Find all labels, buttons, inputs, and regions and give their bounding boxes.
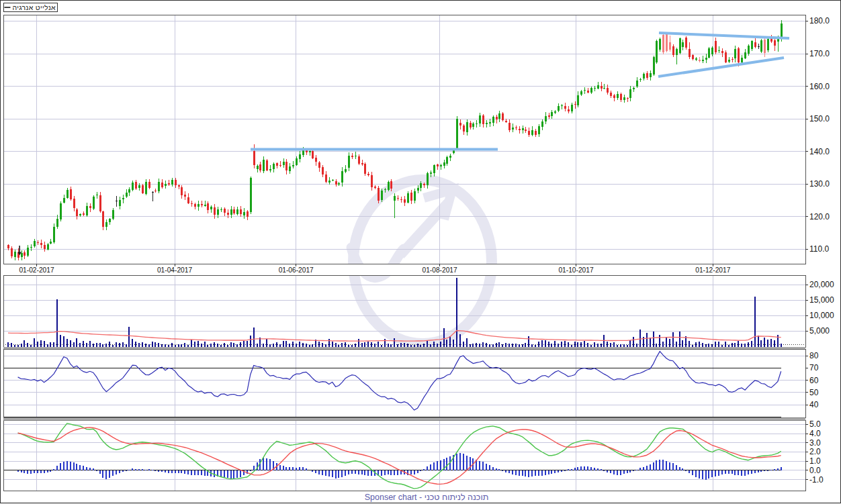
svg-text:150.0: 150.0	[809, 114, 830, 123]
svg-text:80: 80	[809, 351, 819, 360]
svg-text:01-10-2017: 01-10-2017	[558, 266, 593, 274]
svg-text:60: 60	[809, 376, 819, 385]
svg-text:01-12-2017: 01-12-2017	[695, 266, 730, 274]
svg-text:01-02-2017: 01-02-2017	[19, 266, 54, 274]
svg-text:3.0: 3.0	[809, 438, 821, 448]
svg-text:110.0: 110.0	[809, 244, 829, 254]
svg-text:-1.0: -1.0	[809, 475, 824, 485]
svg-text:20,000: 20,000	[809, 280, 834, 289]
svg-text:0.0: 0.0	[809, 466, 821, 475]
svg-text:120.0: 120.0	[809, 212, 830, 221]
svg-text:160.0: 160.0	[809, 82, 830, 91]
svg-text:15,000: 15,000	[809, 295, 834, 305]
svg-text:01-08-2017: 01-08-2017	[423, 266, 457, 274]
svg-text:5,000: 5,000	[809, 326, 830, 336]
svg-text:50: 50	[809, 388, 819, 397]
svg-text:Sponser chart - תוכנה לניתוח ט: Sponser chart - תוכנה לניתוח טכני	[365, 493, 489, 502]
svg-text:140.0: 140.0	[809, 147, 830, 156]
svg-text:180.0: 180.0	[809, 16, 830, 26]
svg-text:5.0: 5.0	[809, 419, 821, 429]
svg-text:1.0: 1.0	[809, 456, 821, 466]
svg-text:4.0: 4.0	[809, 429, 821, 438]
svg-text:01-04-2017: 01-04-2017	[157, 266, 192, 274]
svg-text:01-06-2017: 01-06-2017	[279, 266, 314, 274]
svg-text:170.0: 170.0	[809, 49, 830, 58]
svg-text:40: 40	[809, 400, 819, 409]
svg-text:10,000: 10,000	[809, 311, 834, 320]
svg-text:70: 70	[809, 363, 819, 372]
svg-text:130.0: 130.0	[809, 179, 830, 189]
svg-text:2.0: 2.0	[809, 447, 821, 456]
svg-text:אנלייט אנרגיה: אנלייט אנרגיה	[12, 3, 56, 11]
